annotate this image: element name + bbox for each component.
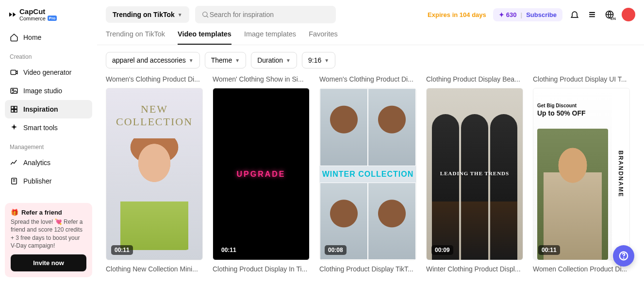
card-title-2: Clothing Product Display TikT... bbox=[319, 265, 416, 273]
video-icon bbox=[10, 68, 18, 77]
tabs: Trending on TikTok Video templates Image… bbox=[97, 23, 644, 45]
svg-point-8 bbox=[202, 12, 207, 17]
sidebar-item-video-generator[interactable]: Video generator bbox=[5, 63, 92, 82]
main: Trending on TikTok▼ Expires in 104 days … bbox=[97, 0, 644, 285]
sidebar-item-smart-tools[interactable]: Smart tools bbox=[5, 118, 92, 137]
inspiration-icon bbox=[10, 105, 18, 114]
svg-rect-6 bbox=[15, 110, 17, 112]
filter-aspect[interactable]: 9:16▼ bbox=[302, 52, 335, 68]
expires-text: Expires in 104 days bbox=[428, 11, 486, 18]
duration-badge: 00:11 bbox=[538, 245, 560, 255]
sidebar-item-publisher[interactable]: Publisher bbox=[5, 172, 92, 190]
template-card: Clothing Product Display Bea... LEADING … bbox=[426, 75, 523, 273]
card-title: Clothing Product Display Bea... bbox=[426, 75, 523, 83]
chevron-down-icon: ▼ bbox=[324, 58, 329, 63]
logo-sub: CommercePro bbox=[19, 16, 57, 21]
sidebar: CapCut CommercePro Home Creation Video g… bbox=[0, 0, 97, 285]
search-input[interactable] bbox=[210, 11, 330, 18]
refer-title: 🎁 Refer a friend bbox=[11, 209, 86, 216]
filter-theme[interactable]: Theme▼ bbox=[205, 52, 246, 68]
publisher-icon bbox=[10, 177, 18, 185]
sidebar-item-home[interactable]: Home bbox=[5, 28, 92, 47]
filters: apparel and accessories▼ Theme▼ Duration… bbox=[97, 45, 644, 75]
template-thumbnail[interactable]: Get Big Discount Up to 50% OFF BRANDNAME… bbox=[533, 88, 630, 260]
duration-badge: 00:11 bbox=[218, 245, 240, 255]
duration-badge: 00:11 bbox=[111, 245, 133, 255]
template-card: Clothing Product Display UI T... Get Big… bbox=[533, 75, 630, 273]
sidebar-item-label: Analytics bbox=[23, 159, 50, 167]
sidebar-item-analytics[interactable]: Analytics bbox=[5, 153, 92, 172]
svg-point-2 bbox=[12, 89, 14, 91]
template-card: Women's Clothing Product Di... WINTER CO… bbox=[319, 75, 416, 273]
logo-icon bbox=[8, 10, 17, 19]
filter-duration[interactable]: Duration▼ bbox=[251, 52, 297, 68]
template-grid: Women's Clothing Product Di... NEWCOLLEC… bbox=[97, 75, 644, 273]
sparkle-icon bbox=[10, 123, 18, 132]
card-title-2: Clothing Product Display In Ti... bbox=[213, 265, 310, 273]
template-thumbnail[interactable]: WINTER COLLECTION 00:08 bbox=[319, 88, 416, 260]
refer-card: 🎁 Refer a friend Spread the love! 💘 Refe… bbox=[5, 203, 92, 277]
home-icon bbox=[10, 33, 18, 42]
duration-badge: 00:08 bbox=[325, 245, 347, 255]
sidebar-item-label: Video generator bbox=[23, 68, 71, 76]
template-card: Women's Clothing Product Di... NEWCOLLEC… bbox=[106, 75, 203, 273]
topbar-dropdown[interactable]: Trending on TikTok▼ bbox=[106, 6, 189, 23]
globe-icon[interactable]: EN bbox=[604, 9, 615, 20]
sidebar-item-label: Inspiration bbox=[23, 105, 58, 113]
svg-rect-1 bbox=[11, 88, 17, 94]
chevron-down-icon: ▼ bbox=[235, 58, 240, 63]
sidebar-item-image-studio[interactable]: Image studio bbox=[5, 82, 92, 100]
refer-body: Spread the love! 💘 Refer a friend and sc… bbox=[11, 218, 86, 250]
sidebar-item-inspiration[interactable]: Inspiration bbox=[5, 100, 92, 118]
tab-trending[interactable]: Trending on TikTok bbox=[106, 30, 165, 45]
card-title-2: Women Collection Product Di... bbox=[533, 265, 630, 273]
topbar-right: Expires in 104 days ✦ 630 | Subscribe EN bbox=[428, 8, 635, 21]
credits-pill[interactable]: ✦ 630 | Subscribe bbox=[493, 8, 562, 21]
svg-point-11 bbox=[624, 258, 624, 258]
analytics-icon bbox=[10, 158, 18, 167]
svg-rect-5 bbox=[11, 110, 14, 112]
card-title-2: Winter Clothing Product Displ... bbox=[426, 265, 523, 273]
card-title: Women's Clothing Product Di... bbox=[319, 75, 416, 83]
sidebar-item-label: Image studio bbox=[23, 87, 62, 95]
topbar: Trending on TikTok▼ Expires in 104 days … bbox=[97, 0, 644, 23]
bell-icon[interactable] bbox=[569, 9, 580, 20]
search-box[interactable] bbox=[195, 6, 336, 23]
chevron-down-icon: ▼ bbox=[178, 12, 182, 17]
sidebar-item-label: Publisher bbox=[23, 177, 51, 185]
template-thumbnail[interactable]: UPGRADE 00:11 bbox=[213, 88, 310, 260]
invite-button[interactable]: Invite now bbox=[11, 254, 86, 271]
svg-rect-0 bbox=[11, 70, 16, 74]
section-management: Management bbox=[5, 137, 92, 153]
card-title: Women's Clothing Product Di... bbox=[106, 75, 203, 83]
tab-video-templates[interactable]: Video templates bbox=[178, 30, 231, 45]
help-button[interactable] bbox=[613, 245, 634, 267]
chevron-down-icon: ▼ bbox=[286, 58, 291, 63]
menu-icon[interactable] bbox=[587, 9, 597, 20]
logo-text: CapCut bbox=[19, 8, 57, 16]
sidebar-item-label: Home bbox=[23, 34, 41, 41]
image-icon bbox=[10, 86, 18, 95]
duration-badge: 00:09 bbox=[431, 245, 453, 255]
filter-category[interactable]: apparel and accessories▼ bbox=[106, 52, 200, 68]
card-title-2: Clothing New Collection Mini... bbox=[106, 265, 203, 273]
section-creation: Creation bbox=[5, 47, 92, 63]
template-card: Women' Clothing Show in Si... UPGRADE 00… bbox=[213, 75, 310, 273]
search-icon bbox=[201, 10, 210, 19]
subscribe-link[interactable]: Subscribe bbox=[526, 11, 557, 18]
tab-favorites[interactable]: Favorites bbox=[309, 30, 338, 45]
svg-rect-4 bbox=[15, 106, 17, 109]
tab-image-templates[interactable]: Image templates bbox=[244, 30, 296, 45]
logo[interactable]: CapCut CommercePro bbox=[5, 8, 92, 28]
svg-rect-3 bbox=[11, 106, 14, 109]
template-thumbnail[interactable]: LEADING THE TRENDS 00:09 bbox=[426, 88, 523, 260]
credits-count: ✦ 630 bbox=[499, 11, 517, 18]
chevron-down-icon: ▼ bbox=[189, 58, 194, 63]
card-title: Women' Clothing Show in Si... bbox=[213, 75, 310, 83]
template-thumbnail[interactable]: NEWCOLLECTION 00:11 bbox=[106, 88, 203, 260]
card-title: Clothing Product Display UI T... bbox=[533, 75, 630, 83]
avatar[interactable] bbox=[622, 8, 635, 21]
sidebar-item-label: Smart tools bbox=[23, 124, 58, 132]
